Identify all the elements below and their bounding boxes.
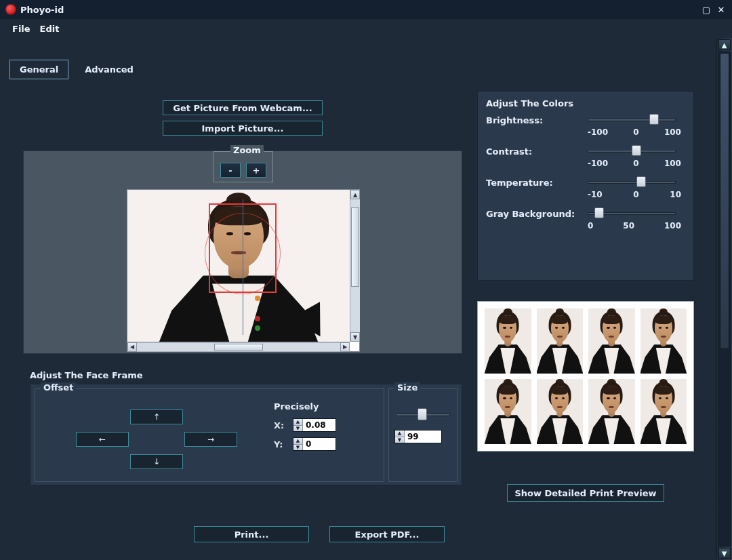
spin-down-icon[interactable]: ▼ bbox=[395, 437, 405, 443]
editor-pane: Zoom - + bbox=[23, 151, 462, 354]
menu-edit[interactable]: Edit bbox=[36, 22, 64, 36]
titlebar: Phoyo-id ▢ ✕ bbox=[0, 0, 732, 19]
scroll-left-icon[interactable]: ◀ bbox=[127, 342, 137, 352]
preview-thumbnail bbox=[537, 379, 584, 444]
offset-up-button[interactable]: ↑ bbox=[130, 409, 183, 424]
zoom-group: Zoom - + bbox=[214, 151, 273, 182]
get-webcam-button[interactable]: Get Picture From Webcam... bbox=[163, 100, 323, 115]
color-slider[interactable] bbox=[588, 207, 676, 220]
window-close-icon[interactable]: ✕ bbox=[716, 4, 727, 15]
tick-max: 100 bbox=[664, 159, 681, 168]
color-slider[interactable] bbox=[588, 145, 676, 157]
viewport-vscrollbar[interactable]: ▲ ▼ bbox=[350, 190, 359, 342]
preview-thumbnail bbox=[485, 379, 531, 444]
offset-down-button[interactable]: ↓ bbox=[130, 454, 183, 469]
precisely-label: Precisely bbox=[274, 401, 385, 412]
preview-thumbnail bbox=[640, 308, 687, 374]
y-label: Y: bbox=[274, 439, 286, 449]
preview-thumbnail bbox=[588, 379, 635, 444]
color-label: Brightness: bbox=[486, 115, 588, 125]
tick-max: 10 bbox=[670, 190, 681, 199]
tick-max: 100 bbox=[664, 127, 681, 137]
app-title: Phoyo-id bbox=[20, 5, 701, 15]
offset-right-button[interactable]: → bbox=[184, 432, 237, 447]
zoom-label: Zoom bbox=[230, 145, 264, 155]
color-label: Gray Background: bbox=[486, 209, 588, 219]
y-spinner[interactable]: ▲▼ bbox=[293, 437, 336, 451]
tab-bar: General Advanced bbox=[9, 60, 143, 79]
spin-up-icon[interactable]: ▲ bbox=[293, 438, 303, 445]
preview-thumbnail bbox=[588, 308, 635, 374]
offset-left-button[interactable]: ← bbox=[76, 432, 129, 447]
scroll-right-icon[interactable]: ▶ bbox=[340, 342, 350, 352]
spin-up-icon[interactable]: ▲ bbox=[395, 431, 405, 437]
color-row-2: Temperature:-10010 bbox=[486, 176, 685, 199]
marker-red-icon bbox=[255, 316, 260, 321]
preview-thumbnail bbox=[640, 379, 687, 444]
photo-viewport: ▲ ▼ ◀ ▶ bbox=[127, 189, 360, 352]
marker-green-icon bbox=[255, 325, 260, 331]
offset-label: Offset bbox=[41, 382, 76, 393]
size-input[interactable] bbox=[405, 431, 441, 443]
tick-min: -10 bbox=[588, 190, 603, 199]
color-label: Temperature: bbox=[486, 178, 588, 188]
export-pdf-button[interactable]: Export PDF... bbox=[329, 526, 445, 542]
import-picture-button[interactable]: Import Picture... bbox=[163, 121, 323, 136]
print-preview-panel bbox=[477, 301, 694, 452]
detailed-preview-button[interactable]: Show Detailed Print Preview bbox=[507, 484, 664, 502]
tab-advanced[interactable]: Advanced bbox=[75, 60, 143, 79]
photo-area[interactable] bbox=[127, 190, 350, 342]
tick-mid: 0 bbox=[633, 127, 638, 137]
photo-subject bbox=[154, 194, 323, 342]
zoom-out-button[interactable]: - bbox=[220, 163, 241, 178]
offset-group: Offset ↑ ↓ ← → Precisely X: ▲▼ bbox=[35, 388, 384, 482]
tab-general[interactable]: General bbox=[9, 60, 68, 79]
y-input[interactable] bbox=[303, 438, 336, 450]
tick-min: -100 bbox=[588, 159, 608, 168]
menubar: File Edit bbox=[0, 19, 732, 38]
x-spinner[interactable]: ▲▼ bbox=[293, 418, 336, 432]
size-label: Size bbox=[394, 382, 420, 393]
tick-mid: 0 bbox=[633, 159, 638, 168]
tick-mid: 0 bbox=[633, 190, 638, 199]
tick-mid: 50 bbox=[623, 221, 634, 231]
preview-thumbnail bbox=[537, 308, 584, 374]
app-icon bbox=[5, 4, 16, 15]
preview-thumbnail bbox=[485, 308, 531, 374]
resize-handle-icon[interactable] bbox=[255, 296, 260, 301]
scroll-down-icon[interactable]: ▼ bbox=[350, 332, 360, 342]
size-spinner[interactable]: ▲▼ bbox=[394, 430, 442, 443]
menu-file[interactable]: File bbox=[8, 22, 35, 36]
scroll-up-icon[interactable]: ▲ bbox=[718, 39, 731, 50]
scroll-down-icon[interactable]: ▼ bbox=[718, 548, 731, 559]
zoom-in-button[interactable]: + bbox=[246, 163, 266, 178]
spin-up-icon[interactable]: ▲ bbox=[293, 419, 303, 426]
color-label: Contrast: bbox=[486, 146, 588, 157]
adjust-colors-title: Adjust The Colors bbox=[486, 98, 685, 108]
viewport-hscrollbar[interactable]: ◀ ▶ bbox=[127, 342, 350, 351]
scroll-up-icon[interactable]: ▲ bbox=[350, 190, 360, 199]
window-vscrollbar[interactable]: ▲ ▼ bbox=[716, 38, 732, 560]
color-row-1: Contrast:-1000100 bbox=[486, 145, 685, 168]
color-slider[interactable] bbox=[588, 114, 676, 126]
window-maximize-icon[interactable]: ▢ bbox=[701, 4, 712, 15]
color-row-0: Brightness:-1000100 bbox=[486, 114, 685, 137]
size-group: Size ▲▼ bbox=[388, 388, 458, 482]
x-label: X: bbox=[274, 420, 286, 431]
spin-down-icon[interactable]: ▼ bbox=[293, 426, 303, 432]
face-frame-panel: Offset ↑ ↓ ← → Precisely X: ▲▼ bbox=[30, 384, 462, 485]
tick-min: -100 bbox=[588, 127, 608, 137]
print-button[interactable]: Print... bbox=[194, 526, 309, 542]
color-slider[interactable] bbox=[588, 176, 676, 188]
adjust-colors-panel: Adjust The Colors Brightness:-1000100Con… bbox=[477, 91, 694, 281]
tick-min: 0 bbox=[588, 221, 593, 231]
spin-down-icon[interactable]: ▼ bbox=[293, 445, 303, 451]
size-slider[interactable] bbox=[396, 408, 450, 422]
face-frame-title: Adjust The Face Frame bbox=[30, 370, 143, 380]
tick-max: 100 bbox=[664, 221, 681, 231]
color-row-3: Gray Background:050100 bbox=[486, 207, 685, 231]
x-input[interactable] bbox=[303, 419, 336, 431]
